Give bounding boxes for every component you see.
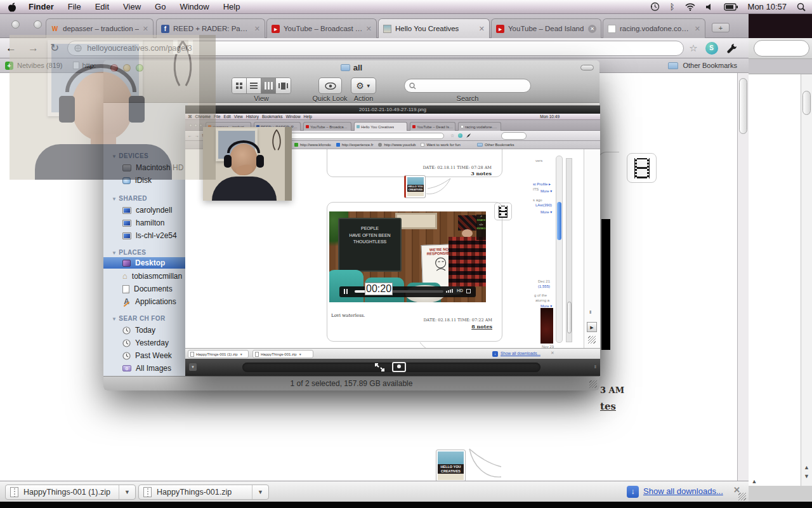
youtube-icon: ▶: [496, 25, 504, 33]
mini-post-date: DATE: 02.18.11 TIME: 07:22 AM: [376, 318, 492, 323]
downloads-bar: HappyThings-001 (1).zip ▼ HappyThings-00…: [0, 481, 749, 502]
new-tab-button[interactable]: +: [712, 23, 730, 32]
sidebar-item-ls-chl-v2e54[interactable]: ls-chl-v2e54: [103, 230, 188, 241]
menu-bar: Finder File Edit View Go Window Help ᛒ M…: [0, 0, 812, 14]
plaid-hat: [458, 215, 477, 231]
close-tab-icon[interactable]: ✕: [588, 25, 596, 33]
stumbleupon-icon[interactable]: S: [705, 42, 718, 55]
sidebar-item-applications[interactable]: AApplications: [103, 296, 188, 307]
coverflow-view-button[interactable]: [276, 78, 291, 93]
quick-look-button[interactable]: [318, 77, 342, 94]
mini-tab: YouTube – Dead Island: [410, 122, 455, 131]
page-scrollbar-thumb[interactable]: [739, 78, 747, 134]
battery-icon[interactable]: [724, 3, 738, 11]
chevron-down-icon[interactable]: ▼: [189, 363, 197, 371]
behind-search-pill[interactable]: [754, 40, 809, 57]
wrench-icon[interactable]: [726, 43, 737, 54]
facebook-icon: f: [161, 25, 169, 33]
mini-sidebar-text: s ago: [533, 198, 542, 202]
tab-youtube-dead-island[interactable]: ▶ YouTube – Dead Island ✕: [491, 18, 601, 38]
shared-computer-icon: [122, 232, 131, 239]
chalkboard: PEOPLE HAVE OFTEN BEEN THOUGHTLESS: [338, 218, 402, 272]
finder-search-field[interactable]: [404, 79, 531, 93]
post-time-fragment: 3 AM: [600, 385, 624, 395]
sidebar-item-all-images[interactable]: ⚙All Images: [103, 363, 188, 374]
close-tab-icon[interactable]: ✕: [251, 25, 260, 33]
sidebar-item-desktop[interactable]: Desktop: [103, 257, 188, 269]
behind-scrollbar-thumb[interactable]: [802, 91, 811, 115]
pause-icon: [346, 289, 348, 294]
other-bookmarks-label: Other Bookmarks: [683, 62, 737, 69]
chevron-down-icon[interactable]: ▼: [252, 489, 268, 495]
mini-video-player: PEOPLE HAVE OFTEN BEEN THOUGHTLESS WE'RE…: [329, 211, 486, 302]
resize-grip[interactable]: [738, 493, 746, 500]
sidebar-item-hamilton[interactable]: hamilton: [103, 217, 188, 229]
tab-vodafone[interactable]: racing.vodafone.com/ho ✕: [603, 18, 705, 38]
menu-clock[interactable]: Mon 10:57: [748, 2, 787, 11]
close-tab-icon[interactable]: ✕: [476, 25, 485, 33]
youtube-icon: ▶: [272, 25, 280, 33]
minimize-window-button[interactable]: [34, 20, 42, 29]
icon-view-button[interactable]: [232, 78, 247, 93]
close-tab-icon[interactable]: ✕: [691, 25, 700, 33]
toolbar-toggle-lozenge[interactable]: [580, 65, 594, 70]
tab-youtube-broadcast[interactable]: ▶ YouTube – Broadcast Yo ✕: [266, 18, 377, 38]
column-view-button[interactable]: [261, 78, 276, 93]
sidebar-item-yesterday[interactable]: Yesterday: [103, 337, 188, 349]
blog-avatar[interactable]: HELLO YOU CREATIVES: [436, 450, 466, 481]
resize-grip[interactable]: [589, 380, 597, 388]
scroll-down-icon[interactable]: ▼: [802, 473, 811, 479]
smart-folder-icon: ⚙: [122, 365, 131, 371]
add-to-iphoto-icon[interactable]: [392, 362, 406, 372]
wifi-icon[interactable]: [685, 3, 695, 11]
quicklook-slider-track[interactable]: [242, 363, 540, 372]
download-item-2[interactable]: HappyThings-001.zip ▼: [138, 485, 269, 500]
action-button[interactable]: ⚙▼: [351, 77, 376, 94]
menu-go[interactable]: Go: [148, 0, 173, 14]
spotlight-icon[interactable]: [797, 3, 806, 11]
gear-icon: ⚙: [356, 81, 364, 91]
mini-show-all-link: Show all downloads...: [501, 351, 540, 356]
mini-stumbleupon-icon: [458, 133, 462, 138]
preview-filename[interactable]: 2011-02-21-10-49-27-119.png: [185, 105, 600, 114]
status-text: 1 of 2 selected, 157.89 GB available: [291, 379, 413, 388]
list-view-button[interactable]: [247, 78, 261, 93]
fullscreen-arrows-icon[interactable]: [374, 363, 385, 372]
desktop: { "menubar": { "app": "Finder", "menus":…: [0, 0, 812, 508]
behind-scrollbar[interactable]: ▲ ▼: [801, 74, 812, 486]
tab-title: YouTube – Broadcast Yo: [284, 25, 363, 32]
volume-icon[interactable]: [705, 3, 714, 11]
menu-help[interactable]: Help: [216, 0, 247, 14]
sidebar-item-home[interactable]: ⌂tobiasmcmillan: [103, 271, 188, 282]
avatar-text-line2: CREATIVES: [438, 469, 464, 473]
wall-sconce: [266, 127, 287, 159]
bookmark-star-icon[interactable]: ☆: [689, 43, 697, 54]
show-all-downloads-link[interactable]: Show all downloads...: [643, 486, 723, 496]
post-notes-fragment[interactable]: tes: [600, 401, 616, 412]
sidebar-item-documents[interactable]: Documents: [103, 283, 188, 295]
menu-file[interactable]: File: [61, 0, 88, 14]
other-bookmarks-button[interactable]: Other Bookmarks: [668, 62, 737, 69]
sidebar-item-today[interactable]: Today: [103, 324, 188, 336]
sidebar-item-past-week[interactable]: Past Week: [103, 350, 188, 361]
scroll-up-icon[interactable]: ▲: [750, 478, 759, 485]
tab-hello-you-creatives[interactable]: Hello You Creatives ✕: [378, 18, 490, 38]
menu-edit[interactable]: Edit: [88, 0, 116, 14]
menu-window[interactable]: Window: [173, 0, 216, 14]
download-item-1[interactable]: HappyThings-001 (1).zip ▼: [5, 485, 136, 500]
mini-downloads-bar: HappyThings-001 (1).zip▼ HappyThings-001…: [185, 348, 600, 359]
close-window-button[interactable]: [11, 20, 20, 29]
headphone-cup: [224, 155, 232, 168]
page-scrollbar[interactable]: [737, 73, 749, 481]
sidebar-item-carolyndell[interactable]: carolyndell: [103, 204, 188, 216]
chevron-down-icon[interactable]: ▼: [119, 489, 135, 495]
menu-view[interactable]: View: [116, 0, 148, 14]
apple-icon[interactable]: [8, 2, 16, 12]
close-tab-icon[interactable]: ✕: [363, 25, 372, 33]
mini-favicon: [378, 143, 382, 147]
menu-finder[interactable]: Finder: [22, 0, 61, 14]
bluetooth-icon[interactable]: ᛒ: [670, 2, 675, 11]
time-machine-icon[interactable]: [650, 2, 660, 11]
close-tab-icon[interactable]: ✕: [140, 25, 148, 33]
scroll-up-icon[interactable]: ▲: [802, 464, 811, 471]
